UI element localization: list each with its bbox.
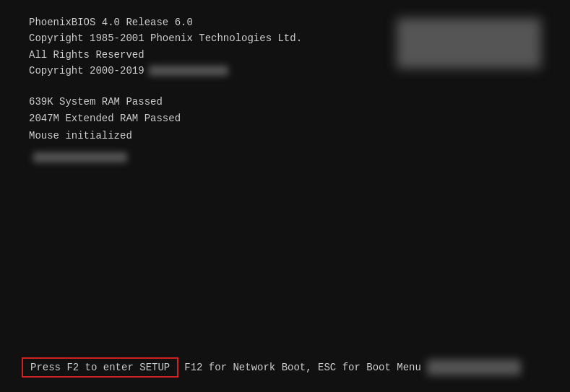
footer-text: F12 for Network Boot, ESC for Boot Menu: [184, 362, 421, 373]
blur-line-middle: [33, 152, 127, 162]
bios-title-line1: PhoenixBIOS 4.0 Release 6.0: [29, 14, 302, 30]
bios-header-info: PhoenixBIOS 4.0 Release 6.0 Copyright 19…: [29, 14, 302, 79]
bios-top-section: PhoenixBIOS 4.0 Release 6.0 Copyright 19…: [29, 14, 541, 79]
press-f2-label: Press F2 to enter SETUP: [30, 362, 170, 373]
ram-line1: 639K System RAM Passed: [29, 94, 541, 111]
blurred-footer-area: [427, 360, 521, 375]
blurred-logo-area: [397, 18, 541, 69]
bios-footer: Press F2 to enter SETUP F12 for Network …: [22, 357, 548, 378]
blur-line-copyright: [149, 66, 228, 76]
bios-title-line4: Copyright 2000-2019: [29, 63, 144, 79]
bios-title-line3: All Rights Reserved: [29, 47, 302, 63]
bios-post-info: 639K System RAM Passed 2047M Extended RA…: [29, 94, 541, 167]
bios-title-line2: Copyright 1985-2001 Phoenix Technologies…: [29, 30, 302, 46]
press-f2-box[interactable]: Press F2 to enter SETUP: [22, 357, 178, 378]
ram-line2: 2047M Extended RAM Passed: [29, 110, 541, 128]
mouse-line: Mouse initialized: [29, 128, 132, 145]
bios-screen: PhoenixBIOS 4.0 Release 6.0 Copyright 19…: [0, 0, 570, 392]
